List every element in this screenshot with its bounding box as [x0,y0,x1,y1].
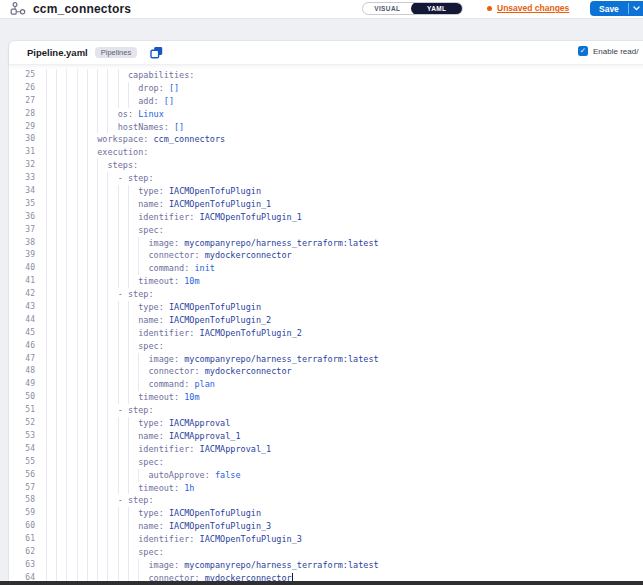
code-line[interactable]: 29hostNames: [] [9,121,643,134]
line-number: 33 [9,172,35,185]
line-number: 47 [9,353,35,366]
line-number: 52 [9,417,35,430]
code-line[interactable]: 41timeout: 10m [9,275,643,288]
line-number: 37 [9,224,35,237]
code-line[interactable]: 28os: Linux [9,108,643,121]
line-number: 45 [9,327,35,340]
line-number: 54 [9,443,35,456]
tab-pipeline-yaml[interactable]: Pipeline.yaml [27,47,88,58]
pipeline-icon [10,2,26,16]
line-number: 30 [9,133,35,146]
code-line[interactable]: 26drop: [] [9,82,643,95]
code-line[interactable]: 61identifier: IACMOpenTofuPlugin_3 [9,533,643,546]
code-line[interactable]: 48connector: mydockerconnector [9,365,643,378]
copy-icon[interactable] [149,46,163,60]
line-number: 34 [9,185,35,198]
line-number: 64 [9,572,35,581]
code-line[interactable]: 47image: mycompanyrepo/harness_terraform… [9,353,643,366]
line-number: 50 [9,391,35,404]
code-line[interactable]: 52type: IACMApproval [9,417,643,430]
line-number: 39 [9,249,35,262]
enable-read-checkbox-row[interactable]: ✓ Enable read/ [578,46,638,56]
line-number: 63 [9,559,35,572]
line-number: 40 [9,262,35,275]
line-number: 38 [9,237,35,250]
line-number: 28 [9,108,35,121]
toggle-yaml[interactable]: YAML [411,2,463,15]
page-title: ccm_connectors [33,2,131,16]
code-line[interactable]: 30workspace: ccm_connectors [9,133,643,146]
code-line[interactable]: 62spec: [9,546,643,559]
code-line[interactable]: 64connector: mydockerconnector [9,572,643,581]
line-number: 25 [9,69,35,82]
code-line[interactable]: 45identifier: IACMOpenTofuPlugin_2 [9,327,643,340]
line-number: 59 [9,507,35,520]
unsaved-dot-icon [487,6,492,11]
line-number: 41 [9,275,35,288]
code-line[interactable]: 51- step: [9,404,643,417]
code-line[interactable]: 44name: IACMOpenTofuPlugin_2 [9,314,643,327]
code-line[interactable]: 42- step: [9,288,643,301]
code-line[interactable]: 35name: IACMOpenTofuPlugin_1 [9,198,643,211]
enable-read-label: Enable read/ [593,47,638,56]
pipelines-badge: Pipelines [95,47,137,59]
line-number: 29 [9,121,35,134]
editor-tabbar: Pipeline.yaml Pipelines ✓ Enable read/ [9,41,643,65]
code-line[interactable]: 57timeout: 1h [9,482,643,495]
unsaved-changes-link[interactable]: Unsaved changes [487,3,569,13]
line-number: 49 [9,378,35,391]
line-number: 27 [9,95,35,108]
code-line[interactable]: 49command: plan [9,378,643,391]
line-number: 58 [9,494,35,507]
code-line[interactable]: 32steps: [9,159,643,172]
line-number: 42 [9,288,35,301]
code-line[interactable]: 37spec: [9,224,643,237]
visual-yaml-toggle[interactable]: VISUAL YAML [362,2,463,15]
code-line[interactable]: 39connector: mydockerconnector [9,249,643,262]
editor-card: Pipeline.yaml Pipelines ✓ Enable read/ 2… [8,40,643,582]
code-line[interactable]: 33- step: [9,172,643,185]
code-line[interactable]: 43type: IACMOpenTofuPlugin [9,301,643,314]
code-line[interactable]: 46spec: [9,340,643,353]
line-number: 36 [9,211,35,224]
code-line[interactable]: 36identifier: IACMOpenTofuPlugin_1 [9,211,643,224]
checkbox-checked-icon[interactable]: ✓ [578,46,588,56]
line-number: 53 [9,430,35,443]
code-line[interactable]: 31execution: [9,146,643,159]
line-number: 35 [9,198,35,211]
code-line[interactable]: 38image: mycompanyrepo/harness_terraform… [9,237,643,250]
line-number: 26 [9,82,35,95]
code-line[interactable]: 56autoApprove: false [9,469,643,482]
pipeline-header: ccm_connectors VISUAL YAML Unsaved chang… [0,0,643,19]
code-line[interactable]: 53name: IACMApproval_1 [9,430,643,443]
code-line[interactable]: 25capabilities: [9,69,643,82]
line-number: 61 [9,533,35,546]
line-number: 60 [9,520,35,533]
code-line[interactable]: 50timeout: 10m [9,391,643,404]
line-number: 32 [9,159,35,172]
code-line[interactable]: 58- step: [9,494,643,507]
window-bottom-edge [0,581,643,585]
code-line[interactable]: 59type: IACMOpenTofuPlugin [9,507,643,520]
line-number: 43 [9,301,35,314]
unsaved-changes-label: Unsaved changes [497,3,569,13]
code-line[interactable]: 54identifier: IACMApproval_1 [9,443,643,456]
toggle-visual[interactable]: VISUAL [363,3,412,14]
line-number: 56 [9,469,35,482]
chevron-down-icon [633,6,640,11]
code-line[interactable]: 63image: mycompanyrepo/harness_terraform… [9,559,643,572]
code-line[interactable]: 40command: init [9,262,643,275]
save-button[interactable]: Save [590,1,628,16]
app-window: ccm_connectors VISUAL YAML Unsaved chang… [0,0,643,585]
yaml-editor[interactable]: 25capabilities:26drop: []27add: []28os: … [9,65,643,581]
line-number: 62 [9,546,35,559]
code-line[interactable]: 34type: IACMOpenTofuPlugin [9,185,643,198]
line-number: 57 [9,482,35,495]
code-line[interactable]: 60name: IACMOpenTofuPlugin_3 [9,520,643,533]
line-number: 44 [9,314,35,327]
code-line[interactable]: 27add: [] [9,95,643,108]
code-lines: 25capabilities:26drop: []27add: []28os: … [9,69,643,581]
code-line[interactable]: 55spec: [9,456,643,469]
line-number: 55 [9,456,35,469]
save-dropdown-button[interactable] [629,1,643,16]
